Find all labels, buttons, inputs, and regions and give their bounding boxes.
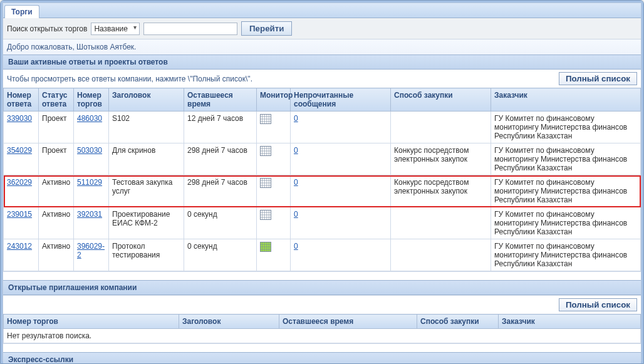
response-link[interactable]: 362029	[7, 178, 32, 187]
unread-link[interactable]: 0	[294, 114, 298, 123]
cell-resp-status: Проект	[39, 112, 74, 143]
unread-link[interactable]: 0	[294, 210, 298, 219]
cell-customer: ГУ Комитет по финансовому мониторингу Ми…	[491, 143, 641, 175]
cell-monitor	[257, 112, 291, 143]
unread-link[interactable]: 0	[294, 178, 298, 187]
cell-unread: 0	[291, 207, 391, 239]
cell-method	[391, 112, 491, 143]
table-row: 239015Активно392031Проектирование ЕИАС К…	[4, 207, 641, 239]
cell-resp-num: 354029	[4, 143, 39, 175]
monitor-grid-icon[interactable]	[260, 242, 271, 252]
cell-remaining: 0 секунд	[184, 239, 257, 271]
bid-link[interactable]: 511029	[77, 178, 102, 187]
monitor-grid-icon[interactable]	[260, 114, 271, 124]
cell-unread: 0	[291, 239, 391, 271]
search-bar: Поиск открытых торгов Название Перейти	[3, 18, 641, 39]
section-invites-header: Открытые приглашения компании	[3, 280, 641, 295]
cell-title: S102	[109, 112, 184, 143]
cell-resp-status: Активно	[39, 239, 74, 271]
cell-customer: ГУ Комитет по финансовому мониторингу Ми…	[491, 175, 641, 207]
search-field-select[interactable]: Название	[91, 23, 140, 35]
col2-customer[interactable]: Заказчик	[499, 315, 641, 329]
col-resp-status[interactable]: Статус ответа	[39, 88, 74, 112]
content-area: Торги Поиск открытых торгов Название Пер…	[3, 3, 641, 361]
cell-resp-status: Проект	[39, 143, 74, 175]
invites-no-results: Нет результатов поиска.	[4, 329, 641, 343]
monitor-grid-icon[interactable]	[260, 146, 271, 156]
col2-title[interactable]: Заголовок	[179, 315, 279, 329]
cell-remaining: 0 секунд	[184, 207, 257, 239]
invites-table: Номер торгов Заголовок Оставшееся время …	[3, 314, 641, 343]
cell-method: Конкурс посредством электронных закупок	[391, 175, 491, 207]
response-link[interactable]: 243012	[7, 242, 32, 251]
search-input[interactable]	[143, 23, 237, 35]
cell-monitor	[257, 143, 291, 175]
section-quicklinks-header: Экспресс-ссылки	[3, 352, 641, 364]
cell-title: Проектирование ЕИАС КФМ-2	[109, 207, 184, 239]
col2-method[interactable]: Способ закупки	[417, 315, 499, 329]
tabbar: Торги	[3, 3, 641, 18]
cell-title: Для скринов	[109, 143, 184, 175]
cell-monitor	[257, 175, 291, 207]
responses-table: Номер ответа Статус ответа Номер торгов …	[3, 88, 641, 271]
window-frame: Торги Поиск открытых торгов Название Пер…	[0, 0, 644, 364]
col-remaining[interactable]: Оставшееся время	[184, 88, 257, 112]
cell-method: Конкурс посредством электронных закупок	[391, 143, 491, 175]
table-row: 354029Проект503030Для скринов298 дней 7 …	[4, 143, 641, 175]
col-bid-num[interactable]: Номер торгов	[74, 88, 109, 112]
cell-title: Протокол тестирования	[109, 239, 184, 271]
welcome-text: Добро пожаловать, Шотыков Аятбек.	[3, 39, 641, 55]
responses-hint: Чтобы просмотреть все ответы компании, н…	[7, 75, 252, 83]
col2-remaining[interactable]: Оставшееся время	[279, 315, 417, 329]
cell-monitor	[257, 239, 291, 271]
response-link[interactable]: 339030	[7, 114, 32, 123]
bid-link[interactable]: 396029-2	[77, 242, 105, 259]
unread-link[interactable]: 0	[294, 242, 298, 251]
monitor-grid-icon[interactable]	[260, 178, 271, 188]
bid-link[interactable]: 392031	[77, 210, 102, 219]
responses-hint-row: Чтобы просмотреть все ответы компании, н…	[3, 70, 641, 88]
tab-trades[interactable]: Торги	[4, 5, 39, 18]
cell-unread: 0	[291, 112, 391, 143]
col-unread[interactable]: Непрочитанные сообщения	[291, 88, 391, 112]
cell-remaining: 12 дней 7 часов	[184, 112, 257, 143]
cell-remaining: 298 дней 7 часов	[184, 175, 257, 207]
cell-unread: 0	[291, 143, 391, 175]
bid-link[interactable]: 503030	[77, 146, 102, 155]
invites-no-results-row: Нет результатов поиска.	[4, 329, 641, 343]
col-customer[interactable]: Заказчик	[491, 88, 641, 112]
cell-customer: ГУ Комитет по финансовому мониторингу Ми…	[491, 207, 641, 239]
cell-resp-num: 239015	[4, 207, 39, 239]
search-label: Поиск открытых торгов	[7, 24, 87, 33]
monitor-grid-icon[interactable]	[260, 210, 271, 220]
responses-header-row: Номер ответа Статус ответа Номер торгов …	[4, 88, 641, 112]
col-method[interactable]: Способ закупки	[391, 88, 491, 112]
search-go-button[interactable]: Перейти	[241, 21, 292, 36]
col-monitor[interactable]: Монитор	[257, 88, 291, 112]
cell-bid-num: 503030	[74, 143, 109, 175]
cell-method	[391, 239, 491, 271]
cell-title: Тестовая закупка услуг	[109, 175, 184, 207]
responses-full-list-button[interactable]: Полный список	[559, 72, 637, 85]
invites-toolbar: Полный список	[3, 295, 641, 314]
invites-header-row: Номер торгов Заголовок Оставшееся время …	[4, 315, 641, 329]
cell-monitor	[257, 207, 291, 239]
cell-customer: ГУ Комитет по финансовому мониторингу Ми…	[491, 239, 641, 271]
unread-link[interactable]: 0	[294, 146, 298, 155]
col-resp-num[interactable]: Номер ответа	[4, 88, 39, 112]
cell-bid-num: 392031	[74, 207, 109, 239]
cell-bid-num: 396029-2	[74, 239, 109, 271]
invites-full-list-button[interactable]: Полный список	[559, 298, 637, 311]
col-title[interactable]: Заголовок	[109, 88, 184, 112]
cell-resp-num: 243012	[4, 239, 39, 271]
cell-resp-num: 339030	[4, 112, 39, 143]
bid-link[interactable]: 486030	[77, 114, 102, 123]
table-row: 339030Проект486030S10212 дней 7 часов0ГУ…	[4, 112, 641, 143]
cell-bid-num: 511029	[74, 175, 109, 207]
cell-resp-status: Активно	[39, 175, 74, 207]
response-link[interactable]: 239015	[7, 210, 32, 219]
response-link[interactable]: 354029	[7, 146, 32, 155]
col2-bid-num[interactable]: Номер торгов	[4, 315, 179, 329]
cell-method	[391, 207, 491, 239]
cell-remaining: 298 дней 7 часов	[184, 143, 257, 175]
